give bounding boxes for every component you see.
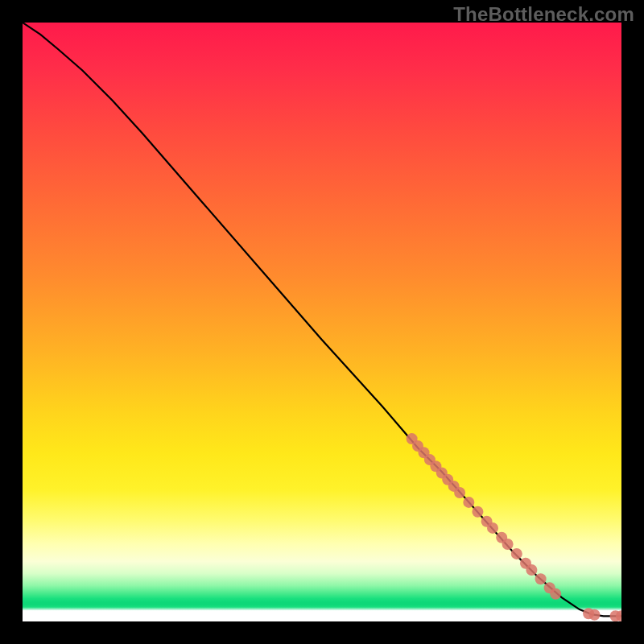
curve-marker xyxy=(463,497,474,508)
curve-marker xyxy=(535,573,547,584)
curve-marker xyxy=(526,564,537,576)
curve-marker xyxy=(511,548,522,559)
chart-overlay xyxy=(23,23,621,621)
bottleneck-curve xyxy=(23,23,621,616)
chart-frame: TheBottleneck.com xyxy=(0,0,644,644)
curve-marker xyxy=(487,522,498,534)
curve-marker xyxy=(589,609,601,621)
curve-marker xyxy=(502,539,514,550)
curve-marker xyxy=(550,588,561,600)
curve-marker xyxy=(454,487,465,498)
curve-marker xyxy=(472,506,483,518)
watermark-text: TheBottleneck.com xyxy=(453,3,634,26)
curve-markers xyxy=(407,433,621,621)
